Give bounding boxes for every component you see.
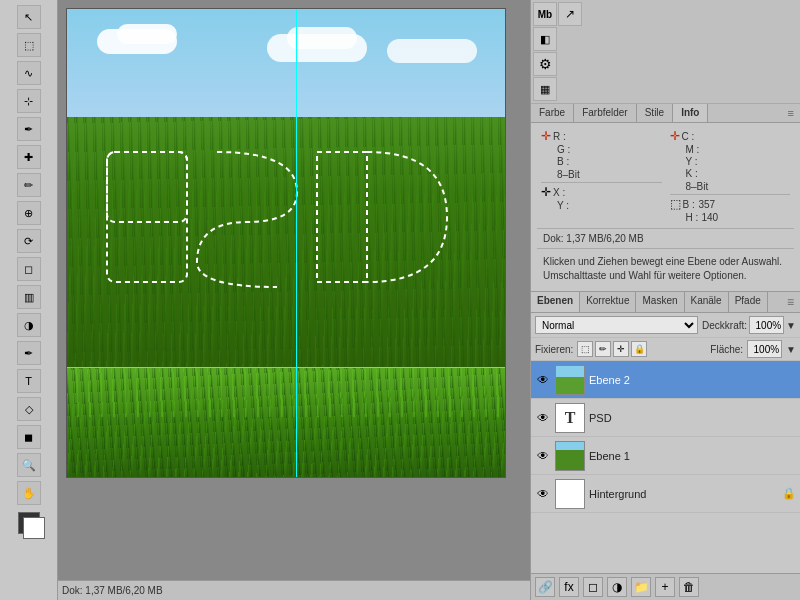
sky-layer [67, 9, 505, 117]
app-container: ↖ ⬚ ∿ ⊹ ✒ ✚ ✏ ⊕ ⟳ ◻ ▥ ◑ ✒ T ◇ ◼ 🔍 ✋ [0, 0, 800, 600]
h-label: H : [686, 212, 700, 223]
tool-eraser[interactable]: ◻ [17, 257, 41, 281]
h-value: 140 [702, 212, 719, 223]
layer-delete-btn[interactable]: 🗑 [679, 577, 699, 597]
foreground-color[interactable] [18, 512, 40, 534]
panel-icon-2[interactable]: ◧ [533, 27, 557, 51]
info-tip: Klicken und Ziehen bewegt eine Ebene ode… [537, 251, 794, 287]
tool-path[interactable]: ◇ [17, 397, 41, 421]
layers-panel: Ebenen Korrektue Masken Kanäle Pfade ≡ N… [531, 291, 800, 600]
layer-eye-ebene2[interactable]: 👁 [535, 372, 551, 388]
layer-name-ebene2: Ebene 2 [589, 374, 796, 386]
fix-brush-icon[interactable]: ✏ [595, 341, 611, 357]
tab-farbe[interactable]: Farbe [531, 104, 574, 122]
layer-thumb-ebene1 [555, 441, 585, 471]
opacity-dropdown-arrow[interactable]: ▼ [786, 320, 796, 331]
opacity-input[interactable] [749, 316, 784, 334]
layer-link-btn[interactable]: 🔗 [535, 577, 555, 597]
fix-lock-icon[interactable]: 🔒 [631, 341, 647, 357]
info-divider-2 [537, 248, 794, 249]
tool-crop[interactable]: ⊹ [17, 89, 41, 113]
fix-pos-icon[interactable]: ⬚ [577, 341, 593, 357]
tool-pen[interactable]: ✒ [17, 341, 41, 365]
layer-psd[interactable]: 👁 T PSD [531, 399, 800, 437]
dashed-psd-svg [97, 132, 467, 332]
tab-farbfelder[interactable]: Farbfelder [574, 104, 637, 122]
tool-heal[interactable]: ✚ [17, 145, 41, 169]
mb-icon[interactable]: Mb [533, 2, 557, 26]
tool-eyedrop[interactable]: ✒ [17, 117, 41, 141]
layer-adjust-btn[interactable]: ◑ [607, 577, 627, 597]
tip-line2: Umschalttaste und Wahl für weitere Optio… [543, 270, 747, 281]
tool-clone[interactable]: ⊕ [17, 201, 41, 225]
layers-footer: 🔗 fx ◻ ◑ 📁 + 🗑 [531, 573, 800, 600]
tool-move[interactable]: ↖ [17, 5, 41, 29]
tool-zoom[interactable]: 🔍 [17, 453, 41, 477]
layer-thumb-hintergrund [555, 479, 585, 509]
tool-select[interactable]: ⬚ [17, 33, 41, 57]
cursor-icon[interactable]: ↗ [558, 2, 582, 26]
layers-controls: Normal Deckkraft: ▼ [531, 313, 800, 338]
blend-mode-select[interactable]: Normal [535, 316, 698, 334]
info-divider [537, 228, 794, 229]
gear-icon[interactable]: ⚙ [533, 52, 557, 76]
layer-fx-btn[interactable]: fx [559, 577, 579, 597]
tool-dodge[interactable]: ◑ [17, 313, 41, 337]
g-label: G : [557, 144, 571, 155]
fill-dropdown-arrow[interactable]: ▼ [786, 344, 796, 355]
layer-new-btn[interactable]: + [655, 577, 675, 597]
tool-hand[interactable]: ✋ [17, 481, 41, 505]
tool-shape[interactable]: ◼ [17, 425, 41, 449]
tab-pfade[interactable]: Pfade [729, 292, 768, 312]
b-label: B : [557, 156, 571, 167]
tool-text[interactable]: T [17, 369, 41, 393]
info-b-row: B : [541, 156, 662, 167]
fix-move-icon[interactable]: ✛ [613, 341, 629, 357]
info-g-row: G : [541, 144, 662, 155]
info-y-row: Y : [541, 200, 662, 211]
info-tabs: Farbe Farbfelder Stile Info ≡ [531, 104, 800, 123]
tab-masken[interactable]: Masken [636, 292, 684, 312]
layer-eye-ebene1[interactable]: 👁 [535, 448, 551, 464]
info-left-col: ✛ R : G : B : 8–Bit [537, 127, 666, 226]
layer-ebene2[interactable]: 👁 Ebene 2 [531, 361, 800, 399]
opacity-control: Deckkraft: ▼ [702, 316, 796, 334]
tool-lasso[interactable]: ∿ [17, 61, 41, 85]
box-icon: ⬚ [670, 197, 681, 211]
histogram-icon[interactable]: ▦ [533, 77, 557, 101]
info-r-row: ✛ R : [541, 129, 662, 143]
fill-label: Fläche: [710, 344, 743, 355]
layer-ebene1[interactable]: 👁 Ebene 1 [531, 437, 800, 475]
layer-hintergrund[interactable]: 👁 Hintergrund 🔒 [531, 475, 800, 513]
tab-kanaele[interactable]: Kanäle [685, 292, 729, 312]
y2-label: Y : [686, 156, 700, 167]
layer-mask-btn[interactable]: ◻ [583, 577, 603, 597]
layers-panel-menu[interactable]: ≡ [781, 292, 800, 312]
layer-eye-hintergrund[interactable]: 👁 [535, 486, 551, 502]
tab-ebenen[interactable]: Ebenen [531, 292, 580, 312]
cloud-2 [117, 24, 177, 44]
tool-gradient[interactable]: ▥ [17, 285, 41, 309]
panel-icon-strip: Mb ↗ ◧ ⚙ ▦ [531, 0, 800, 104]
fill-controls: Fixieren: ⬚ ✏ ✛ 🔒 Fläche: ▼ [531, 338, 800, 361]
tab-korrektur[interactable]: Korrektue [580, 292, 636, 312]
svg-rect-1 [107, 152, 187, 222]
left-toolbar: ↖ ⬚ ∿ ⊹ ✒ ✚ ✏ ⊕ ⟳ ◻ ▥ ◑ ✒ T ◇ ◼ 🔍 ✋ [0, 0, 58, 600]
layer-eye-psd[interactable]: 👁 [535, 410, 551, 426]
fill-input[interactable] [747, 340, 782, 358]
info-k-row: K : [670, 168, 791, 179]
tool-history[interactable]: ⟳ [17, 229, 41, 253]
panel-menu-btn[interactable]: ≡ [782, 104, 800, 122]
eyedrop-left-icon: ✛ [541, 129, 551, 143]
tool-brush[interactable]: ✏ [17, 173, 41, 197]
canvas-area: Dok: 1,37 MB/6,20 MB [58, 0, 530, 600]
layer-folder-btn[interactable]: 📁 [631, 577, 651, 597]
grass-main [67, 117, 505, 367]
guide-line-vertical [296, 9, 297, 477]
tip-line1: Klicken und Ziehen bewegt eine Ebene ode… [543, 256, 782, 267]
tab-info[interactable]: Info [673, 104, 708, 122]
right-panel: Mb ↗ ◧ ⚙ ▦ Farbe Farbfelder Stile Info ≡ [530, 0, 800, 600]
cloud-4 [287, 27, 357, 49]
doc-size: Dok: 1,37 MB/6,20 MB [537, 231, 794, 246]
tab-stile[interactable]: Stile [637, 104, 673, 122]
